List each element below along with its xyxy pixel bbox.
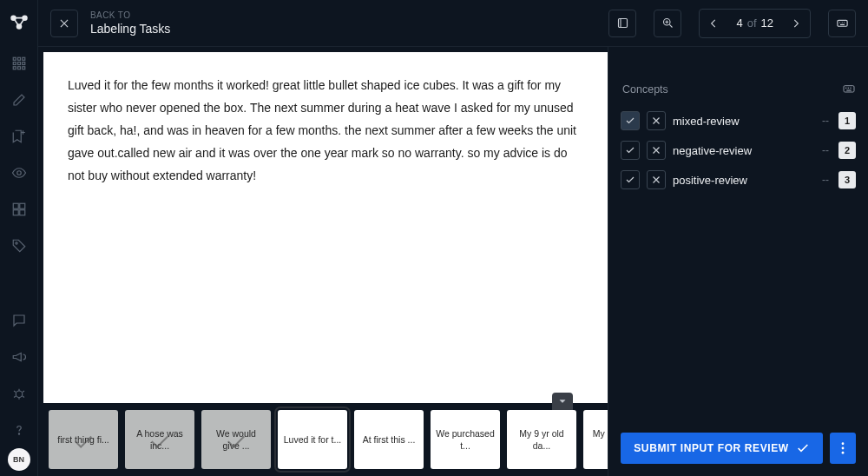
concept-hotkey: 1 — [838, 112, 856, 129]
keyboard-icon[interactable] — [842, 82, 856, 98]
concept-reject-button[interactable] — [647, 170, 666, 189]
svg-rect-6 — [13, 63, 16, 65]
filmstrip-thumb[interactable]: Luved it for t... — [278, 410, 347, 469]
zoom-button[interactable] — [654, 10, 681, 37]
breadcrumb[interactable]: BACK TO Labeling Tasks — [90, 10, 170, 36]
pager-of: of — [747, 17, 757, 30]
concept-accept-button[interactable] — [621, 141, 640, 160]
svg-point-19 — [18, 433, 19, 434]
concept-hotkey: 2 — [838, 142, 856, 159]
svg-rect-9 — [13, 67, 16, 69]
svg-rect-5 — [22, 57, 24, 60]
filmstrip-thumb[interactable]: At first this ... — [354, 410, 424, 469]
svg-rect-25 — [848, 87, 849, 88]
document-column: Luved it for the few months it worked! g… — [38, 47, 608, 476]
concept-reject-button[interactable] — [647, 111, 666, 130]
svg-point-28 — [842, 442, 845, 445]
svg-rect-27 — [846, 89, 851, 90]
svg-rect-10 — [17, 67, 20, 69]
nav-grid-icon[interactable] — [0, 45, 38, 82]
header: BACK TO Labeling Tasks 4 of 12 — [38, 0, 868, 47]
concept-reject-button[interactable] — [647, 141, 666, 160]
filmstrip-thumb-label: We purchased t... — [436, 427, 495, 452]
filmstrip-thumb[interactable]: My 9 yr old da... — [507, 410, 576, 469]
svg-point-29 — [842, 447, 845, 450]
submit-button[interactable]: SUBMIT INPUT FOR REVIEW — [621, 433, 823, 464]
check-icon — [796, 441, 810, 455]
svg-rect-4 — [17, 57, 20, 60]
concepts-list: mixed-review--1negative-review--2positiv… — [608, 106, 868, 195]
svg-rect-24 — [845, 87, 846, 88]
filmstrip-container: first thing fi...A hose was inc...We wou… — [43, 403, 608, 476]
svg-rect-14 — [19, 203, 24, 208]
nav-megaphone-icon[interactable] — [0, 339, 38, 375]
filmstrip-thumb[interactable]: We would give ... — [201, 410, 271, 469]
filmstrip-thumb[interactable]: A hose was inc... — [125, 410, 194, 469]
nav-edit-icon[interactable] — [0, 82, 38, 118]
concept-accept-button[interactable] — [621, 170, 640, 189]
concept-accept-button[interactable] — [621, 111, 640, 130]
user-avatar[interactable]: BN — [8, 448, 30, 471]
svg-point-12 — [16, 171, 21, 175]
pager: 4 of 12 — [699, 9, 811, 38]
left-rail: BN — [0, 0, 38, 476]
svg-rect-16 — [19, 210, 24, 215]
filmstrip-thumb-label: My 9 yr old da... — [512, 427, 571, 452]
nav-bug-icon[interactable] — [0, 375, 38, 412]
concepts-panel: Concepts mixed-review--1negative-review-… — [608, 47, 868, 476]
close-button[interactable] — [50, 10, 78, 37]
body: Luved it for the few months it worked! g… — [38, 47, 868, 476]
nav-tag-icon[interactable] — [0, 228, 38, 264]
concept-name: mixed-review — [673, 115, 812, 128]
concept-row: positive-review--3 — [608, 165, 868, 195]
svg-rect-20 — [618, 19, 627, 28]
main-column: BACK TO Labeling Tasks 4 of 12 Luved i — [38, 0, 868, 476]
filmstrip-thumb-label: A hose was inc... — [130, 427, 189, 452]
svg-rect-3 — [13, 57, 16, 60]
filmstrip-thumb-label: We would give ... — [207, 427, 266, 452]
nav-help-icon[interactable] — [0, 412, 38, 448]
more-vertical-icon — [841, 442, 845, 454]
svg-rect-11 — [22, 67, 24, 69]
concept-status: -- — [819, 115, 832, 127]
svg-rect-26 — [850, 87, 851, 88]
svg-point-30 — [842, 452, 845, 454]
pager-count: 4 of 12 — [727, 17, 782, 30]
svg-rect-7 — [17, 63, 20, 65]
filmstrip-thumb[interactable]: first thing fi... — [49, 410, 118, 469]
keyboard-shortcuts-button[interactable] — [828, 10, 856, 37]
filmstrip-thumb[interactable]: We purchased t... — [431, 410, 500, 469]
pager-current: 4 — [736, 17, 742, 30]
nav-eye-icon[interactable] — [0, 155, 38, 191]
concepts-heading: Concepts — [622, 83, 668, 96]
svg-rect-15 — [13, 210, 18, 215]
filmstrip-collapse-button[interactable] — [552, 393, 573, 410]
document-content: Luved it for the few months it worked! g… — [43, 52, 608, 403]
concept-hotkey: 3 — [838, 171, 856, 188]
pager-next-button[interactable] — [782, 10, 810, 37]
app-root: BN BACK TO Labeling Tasks 4 of 12 — [0, 0, 868, 476]
submit-more-button[interactable] — [830, 433, 856, 464]
page-title: Labeling Tasks — [90, 22, 170, 36]
svg-rect-8 — [22, 63, 24, 65]
svg-point-17 — [15, 242, 16, 244]
concept-name: positive-review — [673, 174, 812, 187]
avatar-initials: BN — [13, 455, 24, 464]
nav-bookmark-add-icon[interactable] — [0, 118, 38, 155]
filmstrip-thumb-label: first thing fi... — [57, 433, 109, 446]
submit-row: SUBMIT INPUT FOR REVIEW — [608, 424, 868, 476]
svg-rect-13 — [13, 203, 18, 208]
back-to-label: BACK TO — [90, 10, 170, 20]
concepts-heading-row: Concepts — [608, 73, 868, 106]
pager-total: 12 — [761, 17, 773, 30]
pager-prev-button[interactable] — [700, 10, 727, 37]
filmstrip-thumb[interactable]: My daughter lo... — [583, 410, 608, 469]
svg-point-18 — [16, 391, 23, 398]
submit-label: SUBMIT INPUT FOR REVIEW — [634, 442, 788, 454]
nav-apps-icon[interactable] — [0, 191, 38, 228]
svg-rect-22 — [837, 20, 846, 26]
filter-button[interactable] — [608, 10, 636, 37]
nav-chat-icon[interactable] — [0, 302, 38, 339]
concept-status: -- — [819, 144, 832, 156]
concept-status: -- — [819, 174, 832, 186]
